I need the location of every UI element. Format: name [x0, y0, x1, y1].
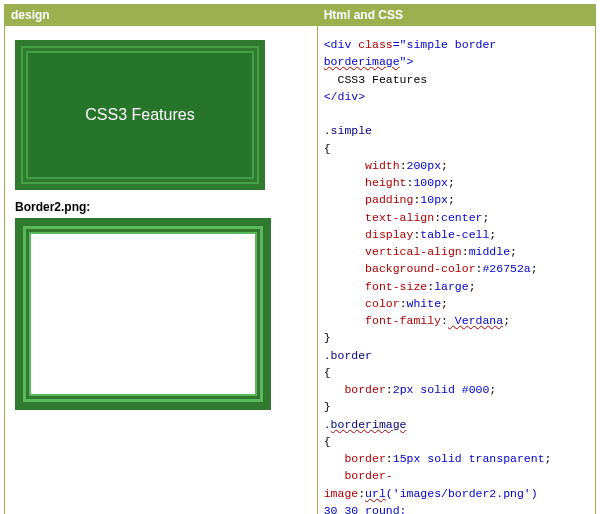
code-column: Html and CSS <div class="simple border b… — [318, 5, 595, 514]
code-body: <div class="simple border borderimage"> … — [318, 26, 595, 514]
design-column: design CSS3 Features Border2.png: — [5, 5, 318, 514]
code-text: ; — [469, 280, 476, 293]
code-text: display — [365, 228, 413, 241]
code-text: background-color — [365, 262, 475, 275]
code-text: 30 30 round; — [324, 504, 407, 514]
code-text: borderimage — [331, 418, 407, 431]
code-text: "> — [400, 55, 414, 68]
code-text: . — [324, 418, 331, 431]
border2-label: Border2.png: — [15, 200, 307, 214]
code-text: table-cell — [420, 228, 489, 241]
code-text: 100px — [413, 176, 448, 189]
code-text: ; — [441, 297, 448, 310]
code-text: ; — [448, 176, 455, 189]
code-text: ; — [489, 383, 496, 396]
code-text: : — [400, 159, 407, 172]
code-text: color — [365, 297, 400, 310]
code-text: ; — [531, 262, 538, 275]
demo-box-text: CSS3 Features — [28, 53, 252, 177]
css3-features-demo-box: CSS3 Features — [15, 40, 265, 190]
code-text: text-align — [365, 211, 434, 224]
code-text: #26752a — [482, 262, 530, 275]
code-text: ; — [441, 159, 448, 172]
code-text: : — [400, 297, 407, 310]
code-text: font-size — [365, 280, 427, 293]
code-text: class — [358, 38, 393, 51]
code-text: } — [324, 331, 331, 344]
code-text: font-family — [365, 314, 441, 327]
code-text: .border — [324, 349, 372, 362]
code-text: center — [441, 211, 482, 224]
code-text: ="simple border — [393, 38, 503, 51]
border2-image-frame — [15, 218, 271, 410]
code-text: 15px solid transparent — [393, 452, 545, 465]
code-text: ; — [545, 452, 552, 465]
code-text: url — [365, 487, 386, 500]
empty-green-frame — [15, 218, 271, 410]
code-text: vertical-align — [365, 245, 462, 258]
green-border-frame: CSS3 Features — [15, 40, 265, 190]
code-text: </div> — [324, 90, 365, 103]
code-text: { — [324, 366, 331, 379]
code-text: ; — [510, 245, 517, 258]
code-text: .simple — [324, 124, 372, 137]
code-text: Verdana — [448, 314, 503, 327]
code-text: ; — [482, 211, 489, 224]
code-text: 200px — [407, 159, 442, 172]
design-header: design — [5, 5, 317, 26]
design-body: CSS3 Features Border2.png: — [5, 26, 317, 420]
code-header: Html and CSS — [318, 5, 595, 26]
code-text: : — [434, 211, 441, 224]
code-text: white — [407, 297, 442, 310]
code-text: : — [386, 383, 393, 396]
code-text: borderimage — [324, 55, 400, 68]
code-text: 10px — [420, 193, 448, 206]
code-text: 2px solid #000 — [393, 383, 490, 396]
code-text: { — [324, 435, 331, 448]
code-text: width — [365, 159, 400, 172]
code-text: border — [344, 383, 385, 396]
code-text: large — [434, 280, 469, 293]
code-text: middle — [469, 245, 510, 258]
code-text: height — [365, 176, 406, 189]
code-text: CSS3 Features — [324, 73, 428, 86]
code-text: : — [462, 245, 469, 258]
code-text: padding — [365, 193, 413, 206]
code-text: ; — [503, 314, 510, 327]
code-text: ('images/border2.png') — [386, 487, 538, 500]
two-column-layout: design CSS3 Features Border2.png: Ht — [4, 4, 596, 514]
code-text: ; — [448, 193, 455, 206]
code-text: : — [386, 452, 393, 465]
code-text: { — [324, 142, 331, 155]
empty-frame-interior — [31, 234, 255, 394]
code-text: : — [441, 314, 448, 327]
code-text: } — [324, 400, 331, 413]
code-text: ; — [489, 228, 496, 241]
code-text: border — [344, 452, 385, 465]
code-text: <div — [324, 38, 359, 51]
